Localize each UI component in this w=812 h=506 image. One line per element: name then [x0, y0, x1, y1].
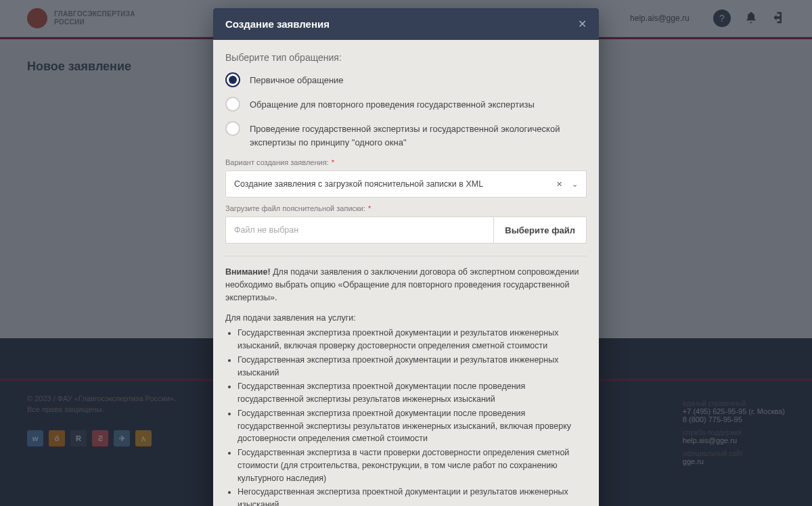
radio-label: Первичное обращение — [250, 72, 344, 87]
list-item: Государственная экспертиза проектной док… — [238, 380, 587, 406]
radio-ecological[interactable]: Проведение государственной экспертизы и … — [225, 121, 587, 149]
radio-repeat[interactable]: Обращение для повторного проведения госу… — [225, 97, 587, 112]
modal-title: Создание заявления — [225, 18, 330, 30]
list-item: Негосударственная экспертиза проектной д… — [238, 486, 587, 506]
variant-select[interactable]: Создание заявления с загрузкой пояснител… — [225, 170, 587, 198]
radio-icon — [225, 72, 240, 87]
services-intro: Для подачи заявления на услуги: — [225, 313, 587, 323]
chevron-down-icon[interactable]: ⌄ — [572, 180, 578, 189]
choose-file-button[interactable]: Выберите файл — [493, 216, 587, 244]
file-label: Загрузите файл пояснительной записки:* — [225, 204, 587, 212]
services-list: Государственная экспертиза проектной док… — [225, 327, 587, 506]
variant-label: Вариант создания заявления:* — [225, 158, 587, 166]
modal-header: Создание заявления ✕ — [213, 8, 599, 40]
list-item: Государственная экспертиза проектной док… — [238, 327, 587, 352]
radio-icon — [225, 121, 240, 136]
radio-icon — [225, 97, 240, 112]
file-input[interactable]: Файл не выбран — [225, 216, 493, 244]
radio-primary[interactable]: Первичное обращение — [225, 72, 587, 87]
radio-label: Обращение для повторного проведения госу… — [250, 97, 535, 112]
create-application-modal: Создание заявления ✕ Выберите тип обраще… — [213, 8, 599, 506]
warning-text: Внимание! Для подачи заявления о заключе… — [225, 266, 587, 304]
close-icon[interactable]: ✕ — [578, 18, 587, 30]
variant-value: Создание заявления с загрузкой пояснител… — [234, 179, 483, 189]
clear-icon[interactable]: ✕ — [556, 180, 562, 189]
divider — [225, 256, 587, 256]
list-item: Государственная экспертиза проектной док… — [238, 407, 587, 445]
list-item: Государственная экспертиза в части прове… — [238, 446, 587, 484]
radio-section-label: Выберите тип обращения: — [225, 52, 587, 63]
radio-label: Проведение государственной экспертизы и … — [250, 121, 587, 149]
list-item: Государственная экспертиза проектной док… — [238, 354, 587, 380]
